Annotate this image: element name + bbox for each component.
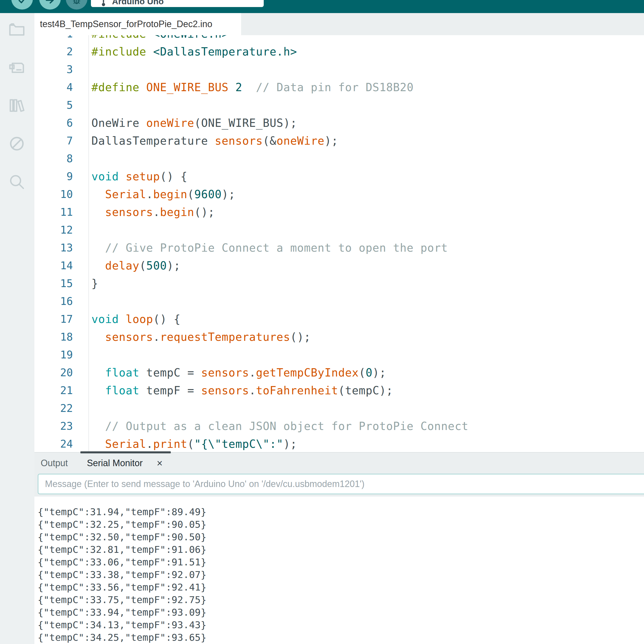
- serial-monitor-output[interactable]: {"tempC":31.94,"tempF":89.49}{"tempC":32…: [34, 497, 644, 644]
- code-line-3[interactable]: 3: [34, 60, 644, 79]
- code-text[interactable]: delay(500);: [91, 259, 181, 272]
- code-text[interactable]: void setup() {: [91, 170, 187, 183]
- editor-tab-label: test4B_TempSensor_forProtoPie_Dec2.ino: [40, 19, 212, 29]
- code-line-8[interactable]: 8: [34, 149, 644, 168]
- code-line-23[interactable]: 23 // Output as a clean JSON object for …: [34, 417, 644, 435]
- code-line-24[interactable]: 24 Serial.print("{\"tempC\":");: [34, 435, 644, 452]
- code-text[interactable]: float tempF = sensors.toFahrenheit(tempC…: [91, 384, 393, 397]
- debug-icon[interactable]: [7, 134, 27, 153]
- line-number: 11: [34, 206, 73, 218]
- line-number: 14: [34, 259, 73, 272]
- serial-line: {"tempC":34.13,"tempF":93.43}: [38, 619, 206, 631]
- code-line-1[interactable]: 1#include <OneWire.h>: [34, 35, 644, 43]
- code-text[interactable]: #include <OneWire.h>: [91, 35, 229, 40]
- upload-button[interactable]: [39, 0, 61, 10]
- library-manager-icon[interactable]: [7, 96, 27, 115]
- code-line-18[interactable]: 18 sensors.requestTemperatures();: [34, 328, 644, 346]
- code-text[interactable]: sensors.begin();: [91, 206, 215, 219]
- code-line-7[interactable]: 7DallasTemperature sensors(&oneWire);: [34, 132, 644, 150]
- serial-line: {"tempC":32.50,"tempF":90.50}: [38, 531, 206, 543]
- code-text[interactable]: sensors.requestTemperatures();: [91, 331, 311, 343]
- code-text[interactable]: DallasTemperature sensors(&oneWire);: [91, 134, 338, 147]
- serial-line: {"tempC":32.81,"tempF":91.06}: [38, 543, 206, 556]
- board-selector-dropdown[interactable]: Arduino Uno: [91, 0, 264, 7]
- line-number: 19: [34, 349, 73, 361]
- serial-line: {"tempC":33.75,"tempF":92.75}: [38, 594, 206, 606]
- editor-tabbar: test4B_TempSensor_forProtoPie_Dec2.ino: [34, 13, 644, 35]
- code-line-16[interactable]: 16: [34, 292, 644, 310]
- activity-sidebar: [0, 13, 34, 644]
- serial-line: {"tempC":32.25,"tempF":90.05}: [38, 518, 206, 531]
- usb-board-icon: [100, 0, 106, 7]
- code-line-12[interactable]: 12: [34, 221, 644, 239]
- line-number: 6: [34, 117, 73, 129]
- search-icon[interactable]: [7, 172, 27, 192]
- serial-line: {"tempC":33.38,"tempF":92.07}: [38, 568, 206, 581]
- serial-line: {"tempC":34.25,"tempF":93.65}: [38, 631, 206, 644]
- debug-button[interactable]: [66, 0, 87, 10]
- code-line-20[interactable]: 20 float tempC = sensors.getTempCByIndex…: [34, 363, 644, 382]
- code-line-15[interactable]: 15}: [34, 274, 644, 293]
- line-number: 15: [34, 277, 73, 290]
- line-number: 23: [34, 420, 73, 432]
- line-number: 4: [34, 81, 73, 93]
- serial-line: {"tempC":31.94,"tempF":89.49}: [38, 506, 206, 518]
- code-line-4[interactable]: 4#define ONE_WIRE_BUS 2 // Data pin for …: [34, 78, 644, 96]
- code-text[interactable]: // Output as a clean JSON object for Pro…: [91, 420, 468, 433]
- bottom-panel: Output Serial Monitor × {"tempC":31.94,"…: [34, 453, 644, 644]
- active-tab-indicator: [80, 451, 171, 453]
- line-number: 9: [34, 170, 73, 183]
- code-line-2[interactable]: 2#include <DallasTemperature.h>: [34, 42, 644, 61]
- code-line-13[interactable]: 13 // Give ProtoPie Connect a moment to …: [34, 239, 644, 257]
- board-selector-label: Arduino Uno: [112, 0, 164, 6]
- serial-line: {"tempC":33.56,"tempF":92.41}: [38, 581, 206, 594]
- line-number: 12: [34, 224, 73, 236]
- close-icon[interactable]: ×: [157, 453, 163, 474]
- verify-button[interactable]: [11, 0, 33, 10]
- code-text[interactable]: #include <DallasTemperature.h>: [91, 45, 297, 58]
- line-number: 22: [34, 402, 73, 414]
- code-text[interactable]: // Give ProtoPie Connect a moment to ope…: [91, 241, 448, 254]
- serial-line: {"tempC":33.06,"tempF":91.51}: [38, 556, 206, 568]
- toolbar: Arduino Uno: [0, 0, 644, 13]
- panel-tabbar: Output Serial Monitor ×: [34, 453, 644, 474]
- line-number: 8: [34, 152, 73, 165]
- arduino-ide-window: Arduino Uno: [0, 0, 644, 644]
- code-line-21[interactable]: 21 float tempF = sensors.toFahrenheit(te…: [34, 381, 644, 400]
- code-line-10[interactable]: 10 Serial.begin(9600);: [34, 185, 644, 203]
- code-text[interactable]: #define ONE_WIRE_BUS 2 // Data pin for D…: [91, 81, 414, 94]
- code-line-22[interactable]: 22: [34, 399, 644, 417]
- line-number: 13: [34, 242, 73, 254]
- code-line-5[interactable]: 5: [34, 96, 644, 114]
- code-line-14[interactable]: 14 delay(500);: [34, 256, 644, 275]
- line-number: 21: [34, 384, 73, 397]
- boards-manager-icon[interactable]: [7, 58, 27, 78]
- line-number: 3: [34, 63, 73, 76]
- line-number: 10: [34, 188, 73, 200]
- code-text[interactable]: }: [91, 277, 98, 290]
- code-text[interactable]: void loop() {: [91, 313, 181, 326]
- code-line-6[interactable]: 6OneWire oneWire(ONE_WIRE_BUS);: [34, 114, 644, 132]
- tab-serial-monitor[interactable]: Serial Monitor: [87, 453, 143, 474]
- line-number: 7: [34, 135, 73, 147]
- code-text[interactable]: float tempC = sensors.getTempCByIndex(0)…: [91, 366, 386, 379]
- line-number: 5: [34, 99, 73, 111]
- tab-output[interactable]: Output: [41, 453, 68, 474]
- code-line-11[interactable]: 11 sensors.begin();: [34, 203, 644, 221]
- code-editor[interactable]: 1#include <OneWire.h>2#include <DallasTe…: [34, 35, 644, 452]
- code-line-17[interactable]: 17void loop() {: [34, 310, 644, 328]
- serial-message-input[interactable]: [38, 474, 644, 494]
- arrow-right-icon: [44, 0, 56, 6]
- serial-line: {"tempC":33.94,"tempF":93.09}: [38, 606, 206, 619]
- editor-tab-active[interactable]: test4B_TempSensor_forProtoPie_Dec2.ino: [34, 13, 241, 35]
- code-line-19[interactable]: 19: [34, 346, 644, 364]
- sketchbook-folder-icon[interactable]: [7, 20, 27, 39]
- line-number: 18: [34, 331, 73, 343]
- code-text[interactable]: OneWire oneWire(ONE_WIRE_BUS);: [91, 117, 297, 129]
- code-line-9[interactable]: 9void setup() {: [34, 167, 644, 186]
- code-text[interactable]: Serial.print("{\"tempC\":");: [91, 438, 297, 450]
- line-number: 17: [34, 313, 73, 325]
- code-text[interactable]: Serial.begin(9600);: [91, 188, 235, 201]
- serial-output-lines: {"tempC":31.94,"tempF":89.49}{"tempC":32…: [38, 506, 206, 644]
- check-icon: [16, 0, 28, 6]
